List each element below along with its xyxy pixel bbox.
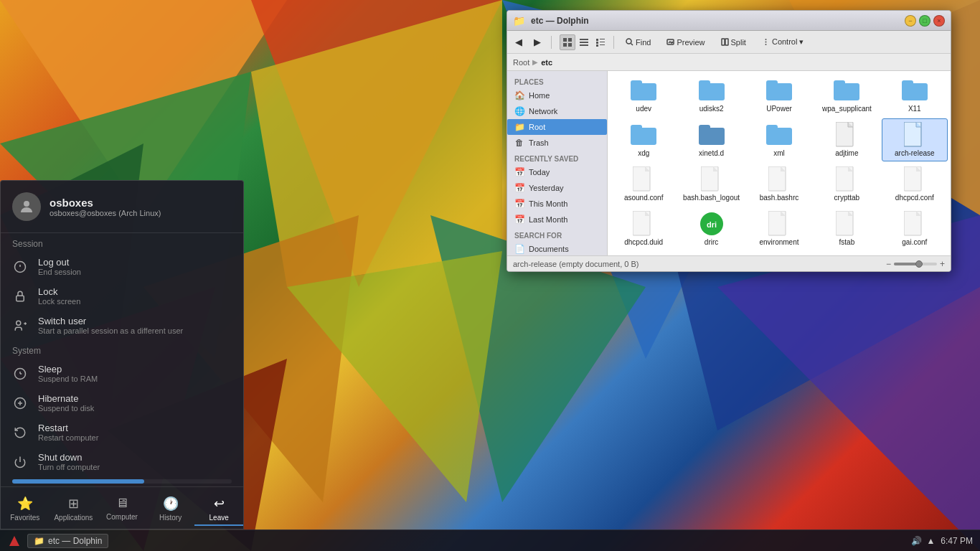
lock-item[interactable]: Lock Lock screen xyxy=(1,281,243,311)
view-compact-button[interactable] xyxy=(576,34,592,50)
sidebar-item-this-month[interactable]: 📅 This Month xyxy=(507,196,607,212)
svg-rect-44 xyxy=(722,39,725,45)
folder-icon-upower xyxy=(766,77,792,103)
nav-computer[interactable]: 🖥 Computer xyxy=(98,493,146,526)
sleep-item[interactable]: Sleep Suspend to RAM xyxy=(1,359,243,388)
file-item-dhcpcd-conf[interactable]: dhcpcd.conf xyxy=(882,163,948,206)
zoom-out-icon[interactable]: − xyxy=(886,259,891,269)
close-button[interactable]: × xyxy=(933,15,945,27)
taskbar-dolphin-label: etc — Dolphin xyxy=(48,536,102,546)
file-icon-drirc: dri xyxy=(699,211,725,237)
lock-subtitle: Lock screen xyxy=(38,297,80,306)
minimize-button[interactable]: − xyxy=(905,15,916,27)
breadcrumb-root[interactable]: Root xyxy=(513,58,529,67)
svg-rect-34 xyxy=(580,44,588,46)
dolphin-toolbar: ◀ ▶ Find Preview Split xyxy=(507,31,951,54)
file-name-bash-logout: bash.bash_logout xyxy=(683,194,740,202)
nav-leave[interactable]: ↩ Leave xyxy=(194,493,243,526)
sidebar-item-root[interactable]: 📁 Root xyxy=(507,119,607,135)
window-controls: − □ × xyxy=(905,15,945,27)
trash-icon: 🗑 xyxy=(514,138,524,148)
file-item-udev[interactable]: udev xyxy=(611,74,677,117)
file-item-adjtime[interactable]: adjtime xyxy=(814,118,880,161)
hibernate-text: Hibernate Suspend to disk xyxy=(38,393,94,413)
control-button[interactable]: Control ▾ xyxy=(755,34,811,50)
tray-network-icon[interactable]: ▲ xyxy=(926,536,935,546)
file-item-xinetd[interactable]: xinetd.d xyxy=(678,118,744,161)
folder-icon-udev xyxy=(631,77,656,103)
taskbar-right: 🔊 ▲ 6:47 PM xyxy=(911,536,980,546)
file-item-upower[interactable]: UPower xyxy=(746,74,812,117)
file-item-drirc[interactable]: dri drirc xyxy=(678,207,744,250)
file-item-bashrc[interactable]: bash.bashrc xyxy=(746,163,812,206)
file-icon-dhcpcd-conf xyxy=(902,166,928,192)
preview-button[interactable]: Preview xyxy=(660,35,711,50)
zoom-in-icon[interactable]: + xyxy=(940,259,945,269)
start-button[interactable] xyxy=(4,531,24,551)
user-info: osboxes osboxes@osboxes (Arch Linux) xyxy=(50,197,161,217)
file-item-arch-release[interactable]: arch-release xyxy=(882,118,948,161)
dolphin-files-area[interactable]: udev udisks2 UPower wpa_supplicant X11 xyxy=(608,71,951,255)
sidebar-item-today[interactable]: 📅 Today xyxy=(507,164,607,180)
file-name-environment: environment xyxy=(759,238,798,247)
svg-marker-12 xyxy=(287,251,502,502)
logout-item[interactable]: Log out End session xyxy=(1,252,243,281)
sidebar-item-network[interactable]: 🌐 Network xyxy=(507,103,607,119)
shutdown-subtitle: Turn off computer xyxy=(38,463,100,471)
file-item-environment[interactable]: environment xyxy=(746,207,812,250)
svg-rect-33 xyxy=(580,42,588,43)
folder-icon-xdg xyxy=(631,122,656,148)
nav-favorites[interactable]: ⭐ Favorites xyxy=(1,493,50,526)
view-details-button[interactable] xyxy=(593,34,608,50)
file-item-xml[interactable]: xml xyxy=(746,118,812,161)
svg-point-19 xyxy=(17,321,21,325)
file-item-bash-logout[interactable]: bash.bash_logout xyxy=(678,163,744,206)
file-item-gai[interactable]: gai.conf xyxy=(882,207,948,250)
hibernate-icon xyxy=(12,395,28,411)
sidebar-item-last-month[interactable]: 📅 Last Month xyxy=(507,212,607,227)
file-item-wpa[interactable]: wpa_supplicant xyxy=(814,74,880,117)
forward-button[interactable]: ▶ xyxy=(530,34,546,50)
svg-rect-32 xyxy=(580,39,588,40)
sidebar-last-month-label: Last Month xyxy=(529,215,567,224)
maximize-button[interactable]: □ xyxy=(919,15,930,27)
restart-item[interactable]: Restart Restart computer xyxy=(1,418,243,447)
hibernate-item[interactable]: Hibernate Suspend to disk xyxy=(1,388,243,418)
tray-volume-icon[interactable]: 🔊 xyxy=(911,536,922,546)
nav-applications[interactable]: ⊞ Applications xyxy=(50,493,98,526)
toolbar-separator-2 xyxy=(613,36,614,49)
sidebar-item-documents[interactable]: 📄 Documents xyxy=(507,241,607,255)
svg-marker-1 xyxy=(251,0,502,287)
user-header: osboxes osboxes@osboxes (Arch Linux) xyxy=(1,181,243,233)
file-item-fstab[interactable]: fstab xyxy=(814,207,880,250)
sidebar-item-trash[interactable]: 🗑 Trash xyxy=(507,135,607,151)
preview-label: Preview xyxy=(677,38,705,47)
file-item-udisks2[interactable]: udisks2 xyxy=(678,74,744,117)
sidebar-item-yesterday[interactable]: 📅 Yesterday xyxy=(507,180,607,196)
file-item-crypttab[interactable]: crypttab xyxy=(814,163,880,206)
taskbar-left: 📁 etc — Dolphin xyxy=(0,531,108,551)
find-button[interactable]: Find xyxy=(619,35,657,50)
file-item-asound[interactable]: asound.conf xyxy=(611,163,677,206)
zoom-slider[interactable] xyxy=(894,263,937,265)
file-name-xdg: xdg xyxy=(638,149,649,158)
sidebar-item-home[interactable]: 🏠 Home xyxy=(507,88,607,103)
file-item-dhcpcd-duid[interactable]: dhcpcd.duid xyxy=(611,207,677,250)
sidebar-yesterday-label: Yesterday xyxy=(529,184,564,192)
sidebar-trash-label: Trash xyxy=(529,138,549,147)
shutdown-item[interactable]: Shut down Turn off computer xyxy=(1,447,243,476)
taskbar-dolphin-app[interactable]: 📁 etc — Dolphin xyxy=(27,534,108,548)
file-item-x11[interactable]: X11 xyxy=(882,74,948,117)
documents-icon: 📄 xyxy=(514,244,524,254)
switch-user-item[interactable]: Switch user Start a parallel session as … xyxy=(1,311,243,340)
logout-text: Log out End session xyxy=(38,257,81,276)
file-item-xdg[interactable]: xdg xyxy=(611,118,677,161)
view-icons-button[interactable] xyxy=(560,34,575,50)
file-name-xinetd: xinetd.d xyxy=(699,149,724,158)
leave-icon: ↩ xyxy=(214,496,225,512)
hibernate-subtitle: Suspend to disk xyxy=(38,404,94,413)
sidebar-root-label: Root xyxy=(529,123,545,131)
back-button[interactable]: ◀ xyxy=(512,34,527,50)
split-button[interactable]: Split xyxy=(715,35,753,50)
nav-history[interactable]: 🕐 History xyxy=(146,493,195,526)
